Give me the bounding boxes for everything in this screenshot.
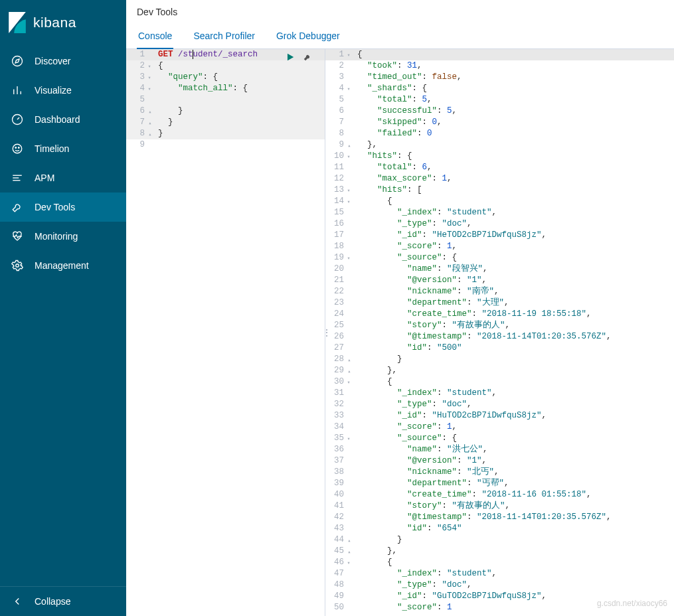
request-editor[interactable]: 1GET /student/_search2{3 "query": {4 "ma…: [126, 49, 325, 616]
sidebar-item-label: Discover: [35, 56, 70, 66]
svg-marker-13: [288, 54, 294, 61]
collapse-icon: [11, 595, 24, 608]
tools-button[interactable]: [302, 52, 313, 62]
editor-split: 1GET /student/_search2{3 "query": {4 "ma…: [126, 49, 674, 616]
compass-icon: [11, 54, 24, 68]
sidebar-collapse[interactable]: Collapse: [0, 586, 126, 616]
svg-point-6: [13, 144, 22, 153]
sidebar-item-label: Dashboard: [35, 114, 80, 125]
svg-point-12: [16, 264, 19, 268]
run-button[interactable]: [285, 52, 295, 62]
sidebar-item-apm[interactable]: APM: [0, 163, 126, 193]
sidebar-item-timelion[interactable]: Timelion: [0, 134, 126, 163]
tabs: Console Search Profiler Grok Debugger: [126, 21, 674, 49]
request-actions: [285, 52, 313, 62]
sidebar-item-label: Dev Tools: [35, 202, 75, 212]
page-title: Dev Tools: [126, 0, 674, 21]
bar-chart-icon: [11, 84, 24, 97]
wrench-icon: [11, 200, 24, 214]
nav: Discover Visualize Dashboard Timelion AP…: [0, 46, 126, 616]
sidebar-item-label: Monitoring: [35, 231, 78, 242]
tab-grok-debugger[interactable]: Grok Debugger: [275, 25, 341, 48]
response-viewer[interactable]: 1{2 "took": 31,3 "timed_out": false,4 "_…: [325, 49, 674, 616]
sidebar: kibana Discover Visualize Dashboard Time…: [0, 0, 126, 616]
tab-console[interactable]: Console: [137, 25, 173, 49]
main-area: Dev Tools Console Search Profiler Grok D…: [126, 0, 674, 616]
heartbeat-icon: [11, 230, 24, 243]
sidebar-item-dashboard[interactable]: Dashboard: [0, 105, 126, 134]
sidebar-item-label: Management: [35, 260, 89, 271]
kibana-logo-icon: [8, 12, 27, 33]
sidebar-item-visualize[interactable]: Visualize: [0, 76, 126, 105]
timelion-icon: [11, 142, 24, 155]
gauge-icon: [11, 113, 24, 126]
response-pane: 1{2 "took": 31,3 "timed_out": false,4 "_…: [325, 49, 674, 616]
sidebar-item-discover[interactable]: Discover: [0, 46, 126, 76]
logo-area[interactable]: kibana: [0, 0, 126, 46]
app-name: kibana: [33, 15, 76, 31]
gear-icon: [11, 259, 24, 272]
sidebar-item-label: Timelion: [35, 143, 69, 154]
apm-icon: [11, 171, 24, 185]
sidebar-item-monitoring[interactable]: Monitoring: [0, 222, 126, 251]
sidebar-item-devtools[interactable]: Dev Tools: [0, 193, 126, 222]
sidebar-item-label: APM: [35, 173, 54, 183]
svg-point-8: [19, 147, 20, 149]
svg-point-7: [15, 147, 17, 149]
collapse-label: Collapse: [35, 596, 70, 607]
svg-point-0: [13, 56, 23, 66]
app-root: kibana Discover Visualize Dashboard Time…: [0, 0, 674, 616]
tab-search-profiler[interactable]: Search Profiler: [192, 25, 256, 48]
request-pane: 1GET /student/_search2{3 "query": {4 "ma…: [126, 49, 325, 616]
sidebar-item-label: Visualize: [35, 85, 72, 96]
sidebar-item-management[interactable]: Management: [0, 251, 126, 280]
svg-marker-1: [15, 59, 19, 63]
